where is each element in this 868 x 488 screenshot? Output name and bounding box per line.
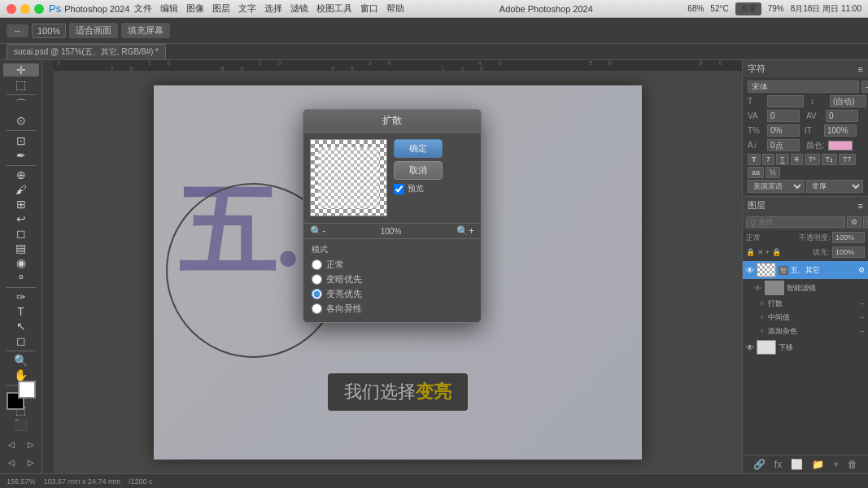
hscale-input[interactable] — [824, 124, 857, 137]
layers-panel-header[interactable]: 图层 ≡ — [743, 197, 868, 214]
eraser-tool[interactable]: ◻ — [3, 227, 39, 240]
italic-btn[interactable]: T — [762, 154, 775, 165]
crop-tool[interactable]: ⊡ — [3, 134, 39, 147]
strikethrough-btn[interactable]: T — [791, 154, 804, 165]
layer-eye-icon[interactable]: 👁 — [746, 266, 754, 275]
mode-normal-radio[interactable] — [312, 259, 322, 270]
menu-file[interactable]: 文件 — [134, 2, 152, 15]
document-tab[interactable]: sucai.psd @ 157%(五、其它, RGB/8#) * — [7, 44, 166, 59]
lasso-tool[interactable]: ⌒ — [3, 98, 39, 112]
gradient-tool[interactable]: ▤ — [3, 242, 39, 255]
layer-item[interactable]: 👁 下移 — [743, 338, 868, 356]
font-family-input[interactable] — [748, 81, 859, 93]
dialog-confirm-btn[interactable]: 确定 — [394, 139, 443, 158]
move-tool[interactable]: ✛ — [3, 63, 39, 76]
blur-tool[interactable]: ◉ — [3, 256, 39, 269]
menu-select[interactable]: 选择 — [264, 2, 282, 15]
menu-tools[interactable]: 校图工具 — [316, 2, 352, 15]
mode-aniso-radio[interactable] — [312, 303, 322, 314]
add-mask-btn[interactable]: ⬜ — [787, 458, 806, 471]
maximize-btn[interactable] — [34, 4, 44, 14]
link-layers-btn[interactable]: 🔗 — [750, 458, 769, 471]
layer-eye-icon[interactable]: 👁 — [759, 300, 765, 307]
brush-tool[interactable]: 🖌 — [3, 183, 39, 196]
zoom-tool[interactable]: 🔍 — [3, 354, 39, 367]
healing-tool[interactable]: ⊕ — [3, 168, 39, 181]
arrow-tool-1[interactable]: ◁ — [3, 436, 20, 452]
uppercase-btn[interactable]: TT — [839, 154, 856, 165]
font-size-input[interactable] — [767, 95, 804, 107]
subscript-btn[interactable]: T₂ — [822, 154, 838, 165]
language-select[interactable]: 美国英语 — [748, 180, 805, 193]
menu-bar[interactable]: 文件 编辑 图像 图层 文字 选择 滤镜 校图工具 窗口 帮助 — [134, 2, 404, 15]
minimize-btn[interactable] — [20, 4, 30, 14]
lowercase-btn[interactable]: aa — [748, 167, 764, 178]
underline-btn[interactable]: T — [776, 154, 789, 165]
screen-mode[interactable]: ⬛ — [3, 418, 39, 431]
selection-tool[interactable]: ⬚ — [3, 78, 39, 91]
mode-lighten-radio[interactable] — [312, 289, 322, 299]
dialog-cancel-btn[interactable]: 取消 — [394, 161, 443, 180]
layer-eye-icon[interactable]: 👁 — [754, 284, 762, 293]
layer-item[interactable]: 👁 中间值 → — [743, 311, 868, 325]
vscale-input[interactable] — [767, 124, 800, 137]
layer-options-icon[interactable]: ⚙ — [858, 266, 865, 274]
quick-select-tool[interactable]: ⊙ — [3, 114, 39, 127]
leading-input[interactable] — [830, 95, 866, 107]
create-group-btn[interactable]: 📁 — [809, 458, 827, 471]
menu-layer[interactable]: 图层 — [212, 2, 230, 15]
menu-image[interactable]: 图像 — [186, 2, 204, 15]
background-color[interactable] — [18, 381, 36, 399]
hand-tool[interactable]: ✋ — [3, 368, 39, 381]
shape-tool[interactable]: ◻ — [3, 334, 39, 347]
tracking-input[interactable] — [767, 110, 800, 122]
fill-screen-btn[interactable]: 填充屏幕 — [121, 23, 170, 38]
layers-panel-menu[interactable]: ≡ — [858, 201, 863, 211]
baseline-input[interactable] — [767, 139, 800, 151]
path-select-tool[interactable]: ↖ — [3, 320, 39, 333]
history-brush[interactable]: ↩ — [3, 212, 39, 225]
preview-checkbox[interactable] — [394, 184, 404, 194]
zoom-out-btn[interactable]: 🔍- — [310, 225, 325, 237]
font-style-input[interactable] — [861, 81, 868, 93]
color-boxes[interactable] — [7, 392, 36, 399]
menu-filter[interactable]: 滤镜 — [290, 2, 308, 15]
move-tool-option[interactable]: ↔ — [7, 24, 28, 37]
character-panel-menu[interactable]: ≡ — [858, 64, 863, 74]
type-tool[interactable]: T — [3, 305, 39, 318]
layers-search-input[interactable] — [746, 216, 845, 228]
fx-btn[interactable]: fx — [771, 458, 785, 471]
layer-eye-icon[interactable]: 👁 — [759, 328, 765, 335]
bold-btn[interactable]: T — [748, 154, 761, 165]
anti-alias-select[interactable]: 常厚 — [806, 180, 863, 193]
mode-darken-radio[interactable] — [312, 274, 322, 285]
pen-tool[interactable]: ✑ — [3, 290, 39, 303]
menu-type[interactable]: 文字 — [238, 2, 256, 15]
layers-icon-filter[interactable]: ⬚ — [863, 216, 868, 228]
dodge-tool[interactable]: ⚬ — [3, 271, 39, 284]
character-panel-header[interactable]: 字符 ≡ — [743, 60, 868, 77]
layers-filter-btn[interactable]: ⚙ — [847, 216, 861, 228]
fill-input[interactable] — [832, 246, 865, 258]
fraction-btn[interactable]: ½ — [765, 167, 780, 178]
eyedropper-tool[interactable]: ✒ — [3, 149, 39, 162]
kerning-input[interactable] — [826, 110, 858, 122]
arrow-tool-4[interactable]: ▷ — [23, 454, 39, 470]
arrow-tool-3[interactable]: ◁ — [3, 454, 20, 470]
close-btn[interactable] — [7, 4, 16, 14]
layer-item[interactable]: 👁 智能滤镜 — [743, 279, 868, 297]
stamp-tool[interactable]: ⊞ — [3, 198, 39, 211]
new-layer-btn[interactable]: + — [830, 458, 842, 471]
fit-screen-btn[interactable]: 适合画面 — [69, 23, 118, 38]
layer-item[interactable]: 👁 智 五、其它 ⚙ — [743, 261, 868, 279]
menu-help[interactable]: 帮助 — [386, 2, 404, 15]
zoom-in-btn[interactable]: 🔍+ — [456, 225, 474, 237]
layer-item[interactable]: 👁 打散 → — [743, 297, 868, 311]
layer-eye-icon[interactable]: 👁 — [759, 314, 765, 321]
delete-layer-btn[interactable]: 🗑 — [844, 458, 861, 471]
arrow-tool-2[interactable]: ▷ — [23, 436, 39, 452]
menu-edit[interactable]: 编辑 — [160, 2, 178, 15]
text-color-swatch[interactable] — [828, 141, 853, 150]
window-controls[interactable] — [7, 4, 44, 14]
menu-window[interactable]: 窗口 — [360, 2, 378, 15]
